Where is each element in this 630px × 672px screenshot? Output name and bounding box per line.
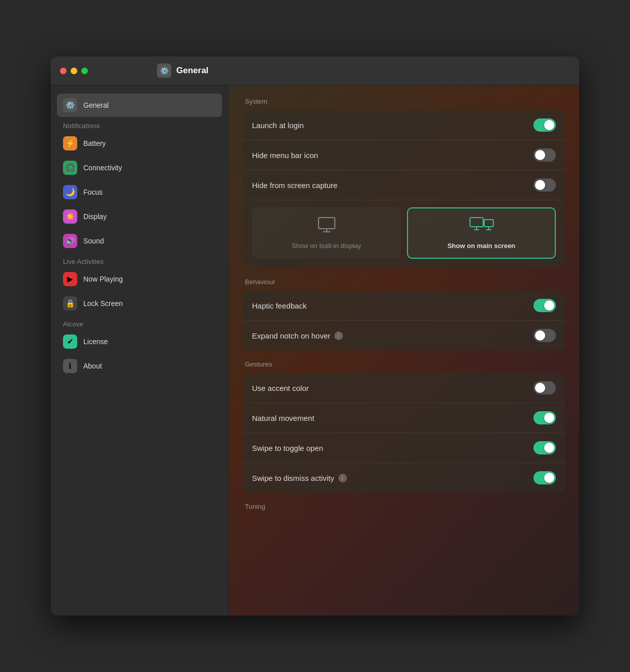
built-in-display-icon xyxy=(317,217,337,237)
main-panel: System Launch at login Hide menu bar ico… xyxy=(229,85,579,616)
swipe-to-toggle-open-thumb xyxy=(544,443,554,453)
sidebar-item-license[interactable]: ✔ License xyxy=(57,330,222,353)
hide-menu-bar-icon-thumb xyxy=(535,150,545,160)
display-option-built-in[interactable]: Show on built-in display xyxy=(252,207,401,259)
sidebar-label-sound: Sound xyxy=(83,237,104,245)
sidebar-item-about[interactable]: ℹ About xyxy=(57,354,222,378)
haptic-feedback-row: Haptic feedback xyxy=(243,291,565,321)
title-bar-icon: ⚙️ xyxy=(157,64,171,78)
expand-notch-info-icon[interactable]: i xyxy=(334,331,343,340)
launch-at-login-toggle[interactable] xyxy=(533,118,556,132)
hide-from-screen-capture-row: Hide from screen capture xyxy=(243,170,565,200)
swipe-to-dismiss-activity-toggle[interactable] xyxy=(533,471,556,484)
sound-icon: 🔊 xyxy=(63,234,77,248)
hide-from-screen-capture-thumb xyxy=(535,180,545,190)
main-screen-display-icon xyxy=(469,217,494,237)
title-bar: ⚙️ General xyxy=(51,56,579,85)
swipe-to-toggle-open-toggle[interactable] xyxy=(533,441,556,454)
svg-rect-4 xyxy=(470,218,483,227)
svg-rect-8 xyxy=(484,220,493,227)
tuning-section-label: Tuning xyxy=(243,503,565,510)
display-option-main-screen[interactable]: Show on main screen xyxy=(407,207,556,259)
hide-menu-bar-icon-label: Hide menu bar icon xyxy=(252,151,318,160)
battery-icon: ⚡ xyxy=(63,136,77,150)
haptic-feedback-label: Haptic feedback xyxy=(252,301,307,310)
connectivity-icon: 🎧 xyxy=(63,161,77,175)
main-screen-display-label: Show on main screen xyxy=(448,242,516,250)
main-content: ⚙️ General Notifications ⚡ Battery 🎧 Con… xyxy=(51,85,579,616)
about-icon: ℹ xyxy=(63,359,77,373)
built-in-display-label: Show on built-in display xyxy=(292,242,361,250)
launch-at-login-row: Launch at login xyxy=(243,110,565,140)
sidebar-item-general[interactable]: ⚙️ General xyxy=(57,94,222,117)
general-icon: ⚙️ xyxy=(63,98,77,112)
sidebar-item-display[interactable]: ☀️ Display xyxy=(57,205,222,228)
behaviour-card: Haptic feedback Expand notch on hover i xyxy=(243,291,565,350)
expand-notch-on-hover-toggle[interactable] xyxy=(533,329,556,342)
license-icon: ✔ xyxy=(63,334,77,349)
sidebar-item-sound[interactable]: 🔊 Sound xyxy=(57,229,222,253)
maximize-button[interactable] xyxy=(81,68,88,74)
close-button[interactable] xyxy=(60,68,67,74)
sidebar-label-license: License xyxy=(83,338,108,346)
sidebar-label-connectivity: Connectivity xyxy=(83,164,122,172)
sidebar-label-about: About xyxy=(83,362,102,370)
hide-menu-bar-icon-row: Hide menu bar icon xyxy=(243,140,565,170)
launch-at-login-label: Launch at login xyxy=(252,121,304,130)
sidebar-label-now-playing: Now Playing xyxy=(83,275,123,283)
minimize-button[interactable] xyxy=(71,68,77,74)
sidebar-section-live-activities: Live Activities xyxy=(57,254,222,267)
haptic-feedback-thumb xyxy=(544,300,554,311)
sidebar-section-notifications: Notifications xyxy=(57,118,222,132)
traffic-lights xyxy=(60,68,88,74)
svg-rect-0 xyxy=(319,218,335,229)
sidebar-label-focus: Focus xyxy=(83,188,103,196)
sidebar-label-display: Display xyxy=(83,212,107,221)
system-card: Launch at login Hide menu bar icon xyxy=(243,110,565,268)
natural-movement-label: Natural movement xyxy=(252,414,314,422)
display-picker: Show on built-in display xyxy=(243,200,565,268)
use-accent-color-toggle[interactable] xyxy=(533,381,556,394)
hide-from-screen-capture-label: Hide from screen capture xyxy=(252,181,337,190)
focus-icon: 🌙 xyxy=(63,185,77,199)
behaviour-section-label: Behaviour xyxy=(243,278,565,286)
sidebar-section-alcove: Alcove xyxy=(57,316,222,330)
now-playing-icon: ▶ xyxy=(63,272,77,286)
title-bar-title: ⚙️ General xyxy=(157,64,208,78)
natural-movement-row: Natural movement xyxy=(243,403,565,433)
gestures-card: Use accent color Natural movement xyxy=(243,373,565,493)
system-section-label: System xyxy=(243,98,565,105)
expand-notch-on-hover-label: Expand notch on hover i xyxy=(252,331,343,340)
use-accent-color-row: Use accent color xyxy=(243,373,565,403)
sidebar-item-now-playing[interactable]: ▶ Now Playing xyxy=(57,267,222,291)
gestures-section-label: Gestures xyxy=(243,360,565,368)
swipe-to-dismiss-activity-thumb xyxy=(544,473,554,483)
sidebar-item-connectivity[interactable]: 🎧 Connectivity xyxy=(57,156,222,179)
expand-notch-on-hover-row: Expand notch on hover i xyxy=(243,321,565,350)
natural-movement-toggle[interactable] xyxy=(533,411,556,424)
swipe-to-toggle-open-label: Swipe to toggle open xyxy=(252,444,323,452)
launch-at-login-thumb xyxy=(544,120,554,130)
hide-menu-bar-icon-toggle[interactable] xyxy=(533,148,556,162)
lock-screen-icon: 🔒 xyxy=(63,296,77,311)
sidebar-item-focus[interactable]: 🌙 Focus xyxy=(57,180,222,204)
display-icon: ☀️ xyxy=(63,209,77,224)
swipe-to-toggle-open-row: Swipe to toggle open xyxy=(243,433,565,463)
sidebar-label-battery: Battery xyxy=(83,139,106,147)
swipe-to-dismiss-activity-row: Swipe to dismiss activity i xyxy=(243,463,565,493)
title-bar-text: General xyxy=(176,66,208,76)
swipe-to-dismiss-info-icon[interactable]: i xyxy=(338,474,347,482)
sidebar: ⚙️ General Notifications ⚡ Battery 🎧 Con… xyxy=(51,85,229,616)
expand-notch-on-hover-thumb xyxy=(535,330,545,341)
hide-from-screen-capture-toggle[interactable] xyxy=(533,178,556,192)
haptic-feedback-toggle[interactable] xyxy=(533,299,556,312)
natural-movement-thumb xyxy=(544,413,554,423)
use-accent-color-thumb xyxy=(535,383,545,393)
sidebar-item-lock-screen[interactable]: 🔒 Lock Screen xyxy=(57,292,222,315)
sidebar-item-battery[interactable]: ⚡ Battery xyxy=(57,132,222,155)
sidebar-label-lock-screen: Lock Screen xyxy=(83,299,123,308)
swipe-to-dismiss-activity-label: Swipe to dismiss activity i xyxy=(252,474,347,482)
sidebar-label-general: General xyxy=(83,101,109,109)
use-accent-color-label: Use accent color xyxy=(252,384,309,392)
app-window: ⚙️ General ⚙️ General Notifications ⚡ Ba… xyxy=(51,56,579,616)
